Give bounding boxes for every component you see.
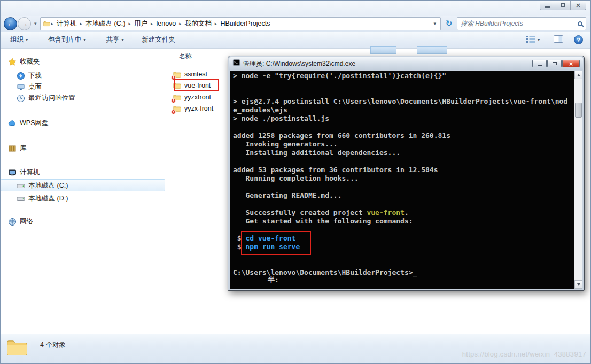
- sidebar-item-desktop[interactable]: 桌面: [17, 81, 42, 92]
- file-name: ssmtest: [184, 71, 207, 78]
- console-line: added 1258 packages from 660 contributor…: [233, 131, 572, 140]
- file-name: yyzxfront: [184, 94, 211, 101]
- new-folder-button[interactable]: 新建文件夹: [139, 34, 179, 46]
- column-header-fragment[interactable]: [370, 46, 396, 54]
- minimize-icon: [545, 6, 550, 8]
- console-line: added 53 packages from 36 contributors i…: [233, 166, 572, 174]
- clock-icon: [17, 94, 25, 103]
- sidebar-label: 本地磁盘 (C:): [28, 181, 68, 190]
- console-line: [233, 260, 572, 268]
- chevron-down-icon: ▾: [26, 37, 28, 42]
- search-box[interactable]: [457, 17, 586, 30]
- breadcrumb-lenovo[interactable]: lenovo: [153, 20, 178, 27]
- console-line: [233, 80, 572, 89]
- breadcrumb-computer[interactable]: 计算机: [54, 19, 80, 28]
- folder-icon: !: [173, 94, 182, 102]
- status-badge: !: [171, 110, 176, 114]
- back-button[interactable]: ←: [4, 17, 17, 30]
- sidebar-item-drive-c[interactable]: 本地磁盘 (C:): [17, 180, 68, 191]
- sidebar-label: 库: [20, 144, 27, 153]
- console-line: Get started with the following commands:: [233, 217, 572, 226]
- maximize-icon: [561, 3, 565, 7]
- window-controls: ×: [540, 1, 586, 10]
- address-dropdown-icon[interactable]: ▾: [431, 21, 438, 26]
- sidebar-label: 桌面: [28, 82, 42, 91]
- refresh-button[interactable]: ↻: [443, 17, 455, 30]
- share-button[interactable]: 共享 ▾: [103, 34, 127, 46]
- disk-drive-icon: [17, 182, 25, 190]
- minimize-icon: [538, 65, 542, 66]
- sidebar-label: 本地磁盘 (D:): [28, 194, 68, 203]
- sidebar-group-wps-drive[interactable]: WPS网盘: [8, 118, 48, 129]
- sidebar-item-drive-d[interactable]: 本地磁盘 (D:): [17, 193, 68, 204]
- breadcrumb-hbuilderprojects[interactable]: HBuilderProjects: [217, 20, 273, 27]
- console-line: C:\Users\lenovo\Documents\HBuilderProjec…: [233, 268, 572, 277]
- folder-icon-large: [5, 337, 29, 359]
- cmd-titlebar[interactable]: 管理员: C:\Windows\system32\cmd.exe ×: [229, 57, 583, 70]
- cmd-close-button[interactable]: ×: [562, 60, 580, 67]
- breadcrumb-documents[interactable]: 我的文档: [182, 19, 214, 28]
- sidebar-group-network[interactable]: 网络: [8, 216, 33, 227]
- file-row-ssmtest[interactable]: ! ssmtest: [173, 69, 207, 80]
- cmd-minimize-button[interactable]: [532, 60, 547, 67]
- navigation-bar: ← → ▾ ▸ 计算机 ▸ 本地磁盘 (C:) ▸ 用户 ▸ lenovo ▸ …: [1, 16, 590, 32]
- arrow-down-icon: [577, 283, 580, 286]
- cmd-console[interactable]: > node -e "try{require('./postinstall')}…: [230, 71, 582, 289]
- sidebar-item-recent-places[interactable]: 最近访问的位置: [17, 92, 75, 104]
- file-row-yyzx-front[interactable]: ! yyzx-front: [173, 103, 213, 114]
- console-line: [233, 157, 572, 166]
- star-icon: [8, 58, 17, 66]
- forward-button[interactable]: →: [18, 17, 31, 30]
- maximize-icon: [553, 62, 557, 65]
- item-count: 4 个对象: [40, 340, 66, 350]
- disk-drive-icon: [17, 195, 25, 203]
- breadcrumb-drive-c[interactable]: 本地磁盘 (C:): [83, 19, 128, 28]
- sidebar-group-computer[interactable]: 计算机: [8, 167, 40, 178]
- computer-icon: [8, 168, 17, 177]
- recent-pages-dropdown-icon[interactable]: ▾: [34, 21, 37, 26]
- window-titlebar[interactable]: ×: [1, 1, 590, 16]
- chevron-down-icon: ▾: [84, 37, 86, 42]
- window-minimize-button[interactable]: [540, 1, 555, 10]
- help-button[interactable]: ?: [574, 35, 583, 44]
- preview-pane-button[interactable]: [550, 34, 566, 46]
- views-icon: [526, 36, 535, 44]
- cmd-icon: [232, 59, 240, 68]
- include-in-library-button[interactable]: 包含到库中 ▾: [45, 34, 89, 46]
- change-view-button[interactable]: ▾: [523, 34, 543, 46]
- window-maximize-button[interactable]: [555, 1, 571, 10]
- sidebar-group-favorites[interactable]: 收藏夹: [8, 56, 40, 67]
- organize-button[interactable]: 组织 ▾: [7, 34, 31, 46]
- console-line: [233, 200, 572, 208]
- column-header-fragment[interactable]: [417, 46, 447, 54]
- address-bar[interactable]: ▸ 计算机 ▸ 本地磁盘 (C:) ▸ 用户 ▸ lenovo ▸ 我的文档 ▸…: [40, 17, 441, 30]
- annotation-box-commands: [241, 231, 311, 255]
- watermark: https://blog.csdn.net/weixin_43883917: [462, 350, 586, 358]
- console-line: Generating README.md...: [233, 191, 572, 200]
- scrollbar-thumb[interactable]: [575, 103, 582, 118]
- share-label: 共享: [106, 35, 120, 44]
- command-bar: 组织 ▾ 包含到库中 ▾ 共享 ▾ 新建文件夹 ▾ ?: [1, 32, 590, 49]
- include-in-library-label: 包含到库中: [48, 35, 82, 44]
- download-icon: [17, 72, 25, 80]
- console-line: Successfully created project vue-front.: [233, 208, 572, 217]
- file-row-yyzxfront[interactable]: ! yyzxfront: [173, 92, 211, 103]
- organize-label: 组织: [10, 35, 24, 44]
- cmd-maximize-button[interactable]: [547, 60, 562, 67]
- sidebar-label: 下载: [28, 71, 42, 80]
- cmd-window[interactable]: 管理员: C:\Windows\system32\cmd.exe × > nod…: [228, 56, 585, 291]
- console-scrollbar[interactable]: [574, 71, 582, 289]
- column-header-name[interactable]: 名称: [170, 52, 192, 63]
- console-line: > node -e "try{require('./postinstall')}…: [233, 72, 572, 80]
- breadcrumb-users[interactable]: 用户: [131, 19, 150, 28]
- search-input[interactable]: [461, 20, 576, 27]
- sidebar-label: 最近访问的位置: [28, 94, 75, 103]
- folder-icon: [43, 20, 51, 27]
- folder-icon: !: [173, 105, 182, 113]
- file-name: yyzx-front: [184, 105, 213, 112]
- scroll-down-button[interactable]: [574, 280, 582, 289]
- sidebar-group-libraries[interactable]: 库: [8, 143, 27, 154]
- window-close-button[interactable]: ×: [571, 1, 586, 10]
- sidebar-item-downloads[interactable]: 下载: [17, 70, 42, 81]
- scroll-up-button[interactable]: [574, 71, 582, 79]
